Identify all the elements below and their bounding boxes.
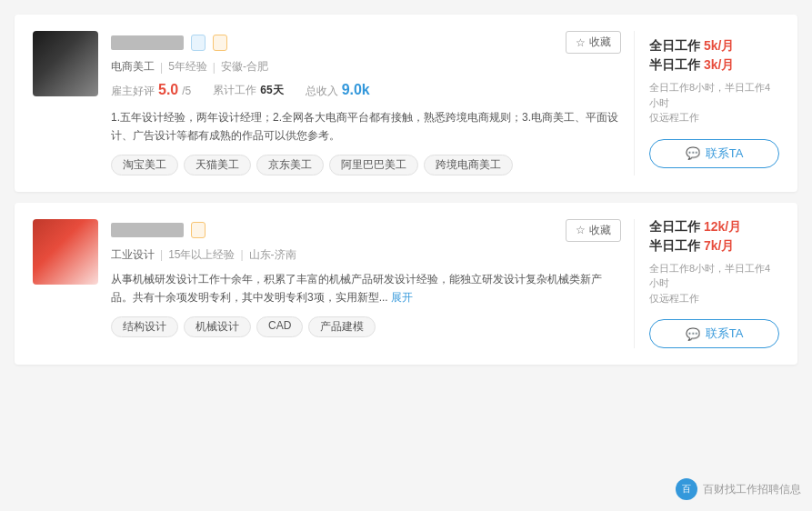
card1-name-placeholder (111, 35, 184, 50)
card1-income-value: 9.0k (342, 82, 370, 98)
card2-tag-orange (191, 222, 206, 238)
card1-collect-button[interactable]: ☆ 收藏 (566, 31, 621, 54)
card2-right-panel: 全日工作 12k/月 半日工作 7k/月 全日工作8小时，半日工作4小时仅远程工… (634, 219, 779, 349)
card1-rating-value: 5.0 (158, 82, 178, 98)
card1-salary-full-label: 全日工作 (649, 38, 700, 53)
card2-tags: 结构设计 机械设计 CAD 产品建模 (111, 316, 621, 337)
card1-salary-half-label: 半日工作 (649, 57, 700, 72)
chat-icon: 💬 (686, 327, 700, 341)
card1-workdays: 累计工作 65天 (213, 83, 283, 98)
tag-item: CAD (256, 316, 303, 337)
card2-experience: 15年以上经验 (168, 247, 235, 263)
card1-tags: 淘宝美工 天猫美工 京东美工 阿里巴巴美工 跨境电商美工 (111, 155, 621, 175)
card2-work-note: 全日工作8小时，半日工作4小时仅远程工作 (649, 261, 779, 306)
card1-sub-info: 电商美工 | 5年经验 | 安徽-合肥 (111, 59, 621, 75)
card1-contact-label: 联系TA (706, 145, 744, 162)
card1-top-row: ☆ 收藏 (111, 31, 621, 54)
card1-main: ☆ 收藏 电商美工 | 5年经验 | 安徽-合肥 雇主好评 5.0 /5 累计工… (111, 31, 621, 175)
card2-salary-half: 半日工作 7k/月 (649, 238, 734, 255)
tag-item: 京东美工 (256, 155, 324, 175)
tag-item: 机械设计 (184, 316, 251, 337)
card1-name-bar (111, 35, 227, 51)
freelancer-card-2: ☆ 收藏 工业设计 | 15年以上经验 | 山东-济南 从事机械研发设计工作十余… (15, 203, 797, 366)
tag-item: 天猫美工 (184, 155, 251, 175)
card1-salary-full: 全日工作 5k/月 (649, 38, 734, 55)
card1-tag-orange (213, 35, 227, 51)
card1-rating-label: 雇主好评 (111, 84, 155, 99)
collect-label: 收藏 (589, 35, 611, 50)
card2-location: 山东-济南 (249, 247, 296, 263)
card1-right-panel: 全日工作 5k/月 半日工作 3k/月 全日工作8小时，半日工作4小时仅远程工作… (634, 31, 779, 175)
chat-icon: 💬 (686, 146, 700, 160)
tag-item: 跨境电商美工 (424, 155, 513, 175)
avatar-2 (33, 219, 98, 285)
card2-contact-button[interactable]: 💬 联系TA (649, 319, 779, 348)
watermark: 百 百财找工作招聘信息 (676, 478, 801, 500)
divider-4: | (240, 248, 243, 261)
card1-work-note: 全日工作8小时，半日工作4小时仅远程工作 (649, 80, 779, 125)
watermark-logo: 百 (676, 478, 697, 500)
card2-name-bar (111, 222, 206, 238)
card2-name-placeholder (111, 223, 184, 237)
card1-description: 1.五年设计经验，两年设计经理；2.全网各大电商平台都有接触，熟悉跨境电商规则；… (111, 108, 621, 145)
card1-rating: 雇主好评 5.0 /5 (111, 82, 191, 99)
avatar-1 (33, 31, 98, 96)
card2-salary-full-amount: 12k/月 (704, 219, 741, 234)
card2-category: 工业设计 (111, 247, 155, 263)
card2-salary-full: 全日工作 12k/月 (649, 219, 741, 235)
collect-label: 收藏 (589, 223, 611, 238)
tag-item: 阿里巴巴美工 (329, 155, 418, 175)
card1-workdays-label: 累计工作 (213, 83, 256, 98)
card2-main: ☆ 收藏 工业设计 | 15年以上经验 | 山东-济南 从事机械研发设计工作十余… (111, 219, 621, 337)
card1-workdays-value: 65天 (260, 83, 283, 98)
card2-contact-label: 联系TA (706, 326, 744, 342)
divider-1: | (160, 61, 163, 74)
card1-stats-row: 雇主好评 5.0 /5 累计工作 65天 总收入 9.0k (111, 82, 621, 99)
card1-income: 总收入 9.0k (306, 82, 370, 99)
tag-item: 结构设计 (111, 316, 178, 337)
watermark-text: 百财找工作招聘信息 (703, 482, 801, 497)
card1-contact-button[interactable]: 💬 联系TA (649, 139, 779, 168)
card2-salary-half-label: 半日工作 (649, 238, 700, 253)
card1-salary-half: 半日工作 3k/月 (649, 57, 734, 74)
card1-salary-full-amount: 5k/月 (704, 38, 734, 53)
card1-rating-max: /5 (182, 85, 191, 97)
card2-sub-info: 工业设计 | 15年以上经验 | 山东-济南 (111, 247, 621, 263)
star-icon: ☆ (576, 36, 586, 49)
card2-collect-button[interactable]: ☆ 收藏 (566, 219, 621, 242)
card1-location: 安徽-合肥 (221, 59, 268, 75)
card1-salary-half-amount: 3k/月 (704, 57, 734, 72)
card1-category: 电商美工 (111, 59, 155, 75)
divider-2: | (213, 61, 216, 74)
card1-experience: 5年经验 (168, 59, 207, 75)
freelancer-card-1: ☆ 收藏 电商美工 | 5年经验 | 安徽-合肥 雇主好评 5.0 /5 累计工… (15, 15, 797, 192)
card2-salary-half-amount: 7k/月 (704, 238, 734, 253)
card2-expand-link[interactable]: 展开 (391, 291, 413, 304)
tag-item: 产品建模 (308, 316, 376, 337)
card1-income-label: 总收入 (306, 84, 338, 99)
card2-salary-full-label: 全日工作 (649, 219, 700, 234)
card2-top-row: ☆ 收藏 (111, 219, 621, 242)
star-icon: ☆ (576, 224, 586, 236)
card2-description: 从事机械研发设计工作十余年，积累了丰富的机械产品研发设计经验，能独立研发设计复杂… (111, 270, 621, 307)
tag-item: 淘宝美工 (111, 155, 178, 175)
card1-tag-blue (191, 35, 206, 51)
divider-3: | (160, 248, 163, 261)
